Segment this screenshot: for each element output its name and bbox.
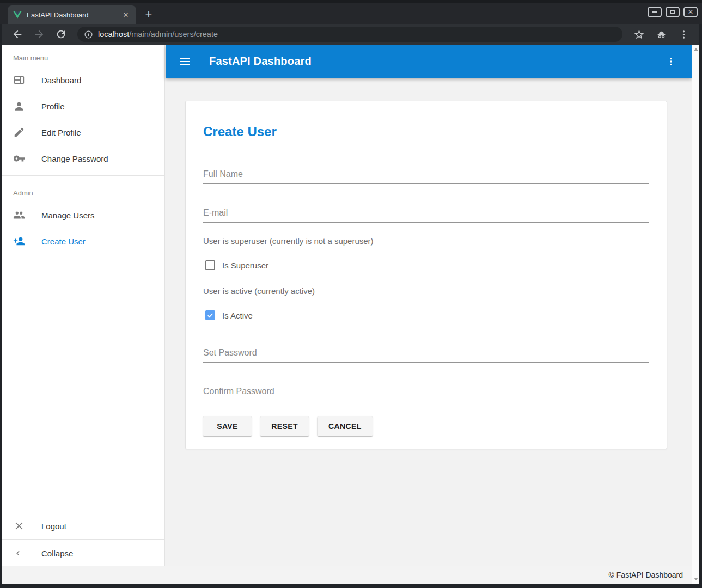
browser-toolbar: localhost/main/admin/users/create [2, 24, 699, 45]
new-tab-button[interactable]: + [142, 8, 155, 21]
sidebar-item-label: Manage Users [41, 211, 95, 220]
full-name-field[interactable] [203, 169, 649, 184]
url-text: localhost/main/admin/users/create [98, 30, 218, 39]
sidebar-item-create-user[interactable]: Create User [2, 228, 164, 254]
sidebar-divider [2, 175, 164, 176]
incognito-icon[interactable] [656, 29, 667, 40]
sidebar-item-label: Profile [41, 102, 65, 111]
active-hint: User is active (currently active) [203, 286, 649, 296]
sidebar-item-label: Dashboard [41, 76, 81, 85]
window-close-button[interactable]: ✕ [683, 7, 698, 17]
sidebar-divider [2, 539, 164, 540]
sidebar-section-admin: Admin [2, 180, 164, 202]
sidebar-item-label: Logout [41, 522, 66, 531]
vue-logo-icon [13, 11, 22, 19]
reset-button[interactable]: RESET [260, 416, 309, 436]
window-minimize-button[interactable] [648, 7, 662, 17]
browser-tab-bar: FastAPI Dashboard ✕ + ✕ [0, 0, 702, 24]
save-button[interactable]: SAVE [203, 416, 252, 436]
scroll-up-arrow-icon[interactable] [694, 48, 698, 51]
close-icon [13, 520, 25, 532]
hamburger-menu-icon[interactable] [179, 55, 192, 68]
pencil-icon [13, 126, 25, 138]
page-title: Create User [203, 124, 649, 139]
star-icon[interactable] [633, 29, 645, 40]
sidebar-spacer [2, 254, 164, 513]
superuser-hint: User is superuser (currently is not a su… [203, 236, 649, 246]
app-header: FastAPI Dashboard [166, 45, 692, 78]
tab-title: FastAPI Dashboard [27, 11, 121, 19]
forward-button[interactable] [33, 28, 45, 40]
sidebar-item-label: Collapse [41, 549, 73, 558]
is-active-checkbox[interactable] [205, 310, 215, 320]
dashboard-icon [13, 74, 25, 86]
copyright-text: © FastAPI Dashboard [609, 571, 683, 579]
back-button[interactable] [11, 28, 23, 40]
sidebar-item-change-password[interactable]: Change Password [2, 145, 164, 171]
address-bar[interactable]: localhost/main/admin/users/create [77, 27, 622, 42]
email-field[interactable] [203, 208, 649, 223]
page-content: Main menu Dashboard Profile Edit Profile [2, 45, 699, 584]
sidebar-item-label: Edit Profile [41, 128, 81, 137]
sidebar-item-edit-profile[interactable]: Edit Profile [2, 119, 164, 145]
people-icon [13, 209, 25, 221]
app-title: FastAPI Dashboard [209, 55, 312, 68]
active-checkbox-row: Is Active [203, 309, 649, 322]
info-icon[interactable] [84, 30, 93, 39]
person-icon [13, 100, 25, 112]
sidebar-item-label: Change Password [41, 154, 108, 163]
reload-button[interactable] [55, 28, 67, 40]
chevron-left-icon [13, 548, 23, 558]
set-password-field[interactable] [203, 348, 649, 363]
superuser-checkbox-row: Is Superuser [203, 259, 649, 272]
window-controls: ✕ [648, 7, 698, 17]
sidebar-item-dashboard[interactable]: Dashboard [2, 67, 164, 93]
vertical-scrollbar[interactable] [692, 45, 699, 584]
is-superuser-checkbox[interactable] [205, 260, 215, 270]
browser-menu-kebab-icon[interactable] [678, 29, 689, 40]
tab-close-icon[interactable]: ✕ [121, 10, 131, 20]
sidebar-section-main-menu: Main menu [2, 45, 164, 67]
create-user-card: Create User User is superuser (currently… [185, 101, 667, 449]
page-footer: © FastAPI Dashboard [2, 566, 692, 584]
sidebar-item-collapse[interactable]: Collapse [2, 541, 164, 566]
person-add-icon [13, 235, 25, 247]
browser-tab[interactable]: FastAPI Dashboard ✕ [8, 5, 136, 24]
window-maximize-button[interactable] [666, 7, 680, 17]
sidebar: Main menu Dashboard Profile Edit Profile [2, 45, 165, 566]
is-active-label: Is Active [222, 311, 253, 320]
is-superuser-label: Is Superuser [222, 261, 268, 270]
scroll-down-arrow-icon[interactable] [694, 578, 698, 580]
sidebar-item-profile[interactable]: Profile [2, 93, 164, 119]
sidebar-item-label: Create User [41, 237, 86, 246]
key-icon [13, 152, 25, 164]
cancel-button[interactable]: CANCEL [318, 416, 373, 436]
sidebar-item-manage-users[interactable]: Manage Users [2, 202, 164, 228]
form-buttons: SAVE RESET CANCEL [203, 416, 649, 436]
confirm-password-field[interactable] [203, 387, 649, 401]
sidebar-item-logout[interactable]: Logout [2, 513, 164, 539]
app-kebab-menu-icon[interactable] [666, 56, 676, 67]
